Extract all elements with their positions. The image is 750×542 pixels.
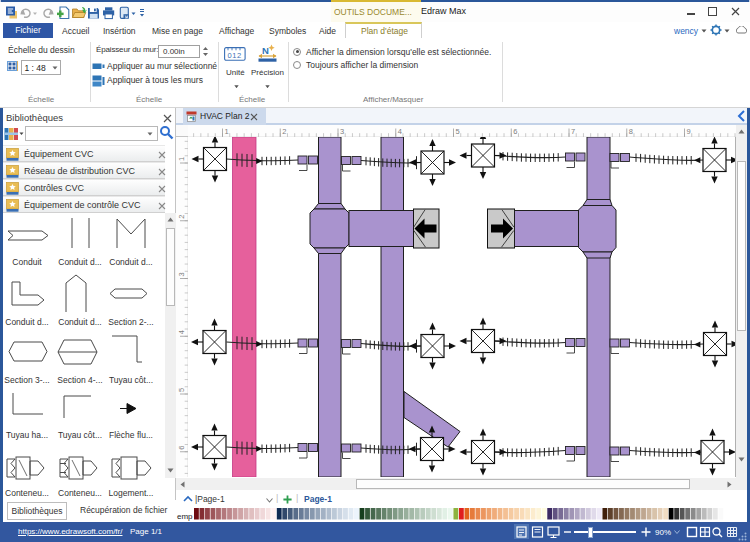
svg-text:6: 6	[177, 446, 186, 450]
svg-text:6: 6	[513, 126, 517, 135]
svg-text:N: N	[262, 45, 269, 56]
svg-text:8: 8	[629, 126, 633, 135]
svg-text:2: 2	[177, 215, 186, 219]
svg-text:3: 3	[340, 126, 344, 135]
svg-text:4: 4	[177, 330, 186, 334]
svg-text:3: 3	[177, 272, 186, 276]
svg-text:1: 1	[177, 157, 186, 161]
svg-text:5: 5	[456, 126, 460, 135]
svg-text:2: 2	[282, 126, 286, 135]
svg-text:5: 5	[177, 388, 186, 392]
svg-text:7: 7	[571, 126, 575, 135]
svg-text:4: 4	[398, 126, 402, 135]
svg-text:9: 9	[687, 126, 691, 135]
svg-text:012: 012	[227, 51, 241, 60]
svg-text:1: 1	[225, 126, 229, 135]
